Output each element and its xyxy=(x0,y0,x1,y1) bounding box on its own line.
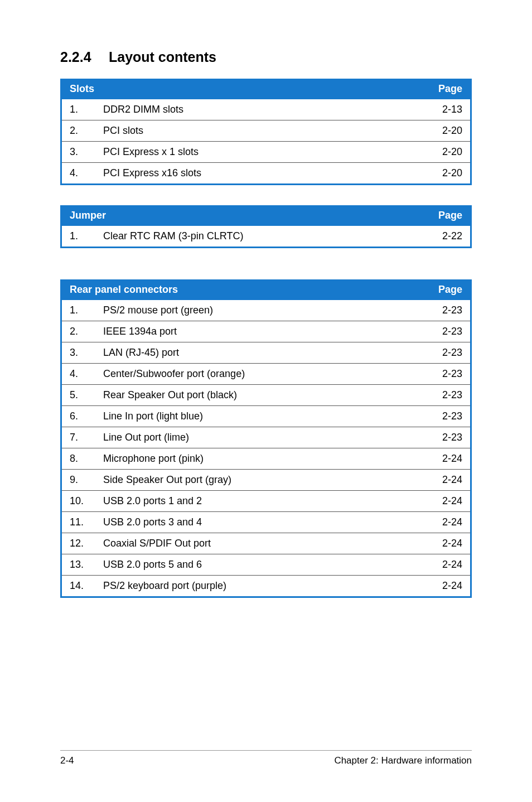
table-row: 7.Line Out port (lime)2-23 xyxy=(62,427,470,448)
page-footer: 2-4 Chapter 2: Hardware information xyxy=(60,750,472,766)
table-row: 13.USB 2.0 ports 5 and 62-24 xyxy=(62,554,470,576)
connectors-body: 1.PS/2 mouse port (green)2-232.IEEE 1394… xyxy=(62,300,470,597)
row-page: 2-24 xyxy=(425,576,470,597)
table-row: 6.Line In port (light blue)2-23 xyxy=(62,406,470,427)
table-row: 5.Rear Speaker Out port (black)2-23 xyxy=(62,385,470,406)
table-row: 3.LAN (RJ-45) port2-23 xyxy=(62,342,470,364)
row-description: USB 2.0 ports 1 and 2 xyxy=(95,491,425,512)
row-number: 5. xyxy=(62,385,95,406)
row-page: 2-13 xyxy=(425,99,470,120)
row-page: 2-20 xyxy=(425,163,470,185)
row-description: USB 2.0 ports 5 and 6 xyxy=(95,554,425,576)
row-page: 2-24 xyxy=(425,491,470,512)
row-page: 2-20 xyxy=(425,120,470,142)
row-number: 4. xyxy=(62,163,95,185)
row-description: Coaxial S/PDIF Out port xyxy=(95,533,425,554)
row-number: 1. xyxy=(62,300,95,321)
row-number: 9. xyxy=(62,470,95,491)
row-number: 3. xyxy=(62,142,95,163)
row-description: LAN (RJ-45) port xyxy=(95,342,425,364)
row-description: PCI slots xyxy=(95,120,425,142)
row-number: 11. xyxy=(62,512,95,533)
jumper-header-title: Jumper xyxy=(62,205,425,226)
row-page: 2-24 xyxy=(425,512,470,533)
row-description: PS/2 keyboard port (purple) xyxy=(95,576,425,597)
table-row: 10.USB 2.0 ports 1 and 22-24 xyxy=(62,491,470,512)
table-row: 1.Clear RTC RAM (3-pin CLRTC)2-22 xyxy=(62,226,470,248)
row-description: Line In port (light blue) xyxy=(95,406,425,427)
row-description: Center/Subwoofer port (orange) xyxy=(95,364,425,385)
footer-page-number: 2-4 xyxy=(60,755,74,766)
slots-header-title: Slots xyxy=(62,79,425,99)
slots-header-page: Page xyxy=(425,79,470,99)
row-description: USB 2.0 ports 3 and 4 xyxy=(95,512,425,533)
row-number: 2. xyxy=(62,321,95,342)
row-page: 2-23 xyxy=(425,406,470,427)
jumper-body: 1.Clear RTC RAM (3-pin CLRTC)2-22 xyxy=(62,226,470,248)
row-number: 3. xyxy=(62,342,95,364)
row-page: 2-23 xyxy=(425,300,470,321)
table-row: 1.DDR2 DIMM slots2-13 xyxy=(62,99,470,120)
row-page: 2-23 xyxy=(425,321,470,342)
table-row: 8.Microphone port (pink)2-24 xyxy=(62,448,470,470)
connectors-table: Rear panel connectors Page 1.PS/2 mouse … xyxy=(60,279,472,598)
row-number: 10. xyxy=(62,491,95,512)
row-description: IEEE 1394a port xyxy=(95,321,425,342)
row-description: Clear RTC RAM (3-pin CLRTC) xyxy=(95,226,425,248)
connectors-header-page: Page xyxy=(425,279,470,300)
row-description: DDR2 DIMM slots xyxy=(95,99,425,120)
row-number: 7. xyxy=(62,427,95,448)
slots-body: 1.DDR2 DIMM slots2-132.PCI slots2-203.PC… xyxy=(62,99,470,185)
table-row: 14.PS/2 keyboard port (purple)2-24 xyxy=(62,576,470,597)
table-row: 2.IEEE 1394a port2-23 xyxy=(62,321,470,342)
row-number: 2. xyxy=(62,120,95,142)
row-number: 1. xyxy=(62,226,95,248)
section-heading: 2.2.4 Layout contents xyxy=(60,49,472,65)
row-page: 2-24 xyxy=(425,533,470,554)
table-row: 9.Side Speaker Out port (gray)2-24 xyxy=(62,470,470,491)
row-page: 2-23 xyxy=(425,364,470,385)
table-row: 3.PCI Express x 1 slots2-20 xyxy=(62,142,470,163)
jumper-table: Jumper Page 1.Clear RTC RAM (3-pin CLRTC… xyxy=(60,205,472,248)
row-page: 2-24 xyxy=(425,554,470,576)
row-number: 14. xyxy=(62,576,95,597)
row-number: 13. xyxy=(62,554,95,576)
row-page: 2-23 xyxy=(425,342,470,364)
table-row: 11.USB 2.0 ports 3 and 42-24 xyxy=(62,512,470,533)
row-description: PCI Express x16 slots xyxy=(95,163,425,185)
row-description: PS/2 mouse port (green) xyxy=(95,300,425,321)
table-row: 4.PCI Express x16 slots2-20 xyxy=(62,163,470,185)
row-description: Side Speaker Out port (gray) xyxy=(95,470,425,491)
row-description: PCI Express x 1 slots xyxy=(95,142,425,163)
table-row: 12.Coaxial S/PDIF Out port2-24 xyxy=(62,533,470,554)
table-row: 4.Center/Subwoofer port (orange)2-23 xyxy=(62,364,470,385)
connectors-header-title: Rear panel connectors xyxy=(62,279,425,300)
section-title: Layout contents xyxy=(109,49,216,65)
slots-table: Slots Page 1.DDR2 DIMM slots2-132.PCI sl… xyxy=(60,79,472,185)
row-number: 6. xyxy=(62,406,95,427)
row-page: 2-24 xyxy=(425,470,470,491)
table-row: 1.PS/2 mouse port (green)2-23 xyxy=(62,300,470,321)
footer-chapter: Chapter 2: Hardware information xyxy=(334,755,472,766)
section-number: 2.2.4 xyxy=(60,49,105,65)
row-number: 1. xyxy=(62,99,95,120)
row-page: 2-24 xyxy=(425,448,470,470)
row-page: 2-22 xyxy=(425,226,470,248)
row-description: Line Out port (lime) xyxy=(95,427,425,448)
row-page: 2-23 xyxy=(425,385,470,406)
row-number: 12. xyxy=(62,533,95,554)
jumper-header-page: Page xyxy=(425,205,470,226)
row-number: 8. xyxy=(62,448,95,470)
row-page: 2-23 xyxy=(425,427,470,448)
row-description: Microphone port (pink) xyxy=(95,448,425,470)
table-row: 2.PCI slots2-20 xyxy=(62,120,470,142)
row-number: 4. xyxy=(62,364,95,385)
row-page: 2-20 xyxy=(425,142,470,163)
row-description: Rear Speaker Out port (black) xyxy=(95,385,425,406)
